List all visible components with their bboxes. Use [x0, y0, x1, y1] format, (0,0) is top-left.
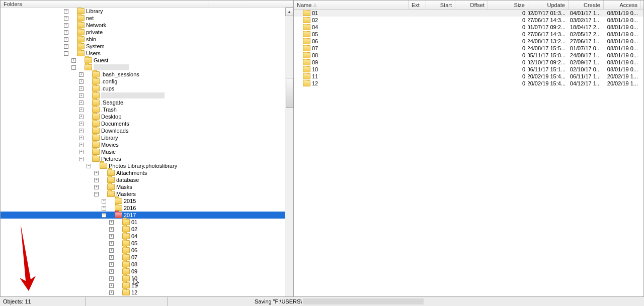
- expand-icon[interactable]: [94, 178, 99, 182]
- collapse-icon[interactable]: [79, 157, 84, 161]
- tree-item[interactable]: 09: [1, 268, 287, 275]
- column-header-name[interactable]: Name△: [294, 1, 409, 9]
- expand-icon[interactable]: [79, 136, 84, 140]
- expand-icon[interactable]: [79, 86, 84, 91]
- expand-icon[interactable]: [79, 129, 84, 133]
- expand-icon[interactable]: [64, 30, 68, 35]
- scroll-thumb[interactable]: [286, 78, 293, 108]
- tree-item[interactable]: Masks: [1, 183, 287, 190]
- tree-item[interactable]: Attachments: [1, 169, 287, 176]
- tree-item[interactable]: .bash_sessions: [1, 71, 287, 78]
- column-header-ext[interactable]: Ext: [409, 1, 426, 9]
- tree-item[interactable]: sbin: [1, 36, 287, 43]
- collapse-icon[interactable]: [87, 164, 91, 168]
- list-item[interactable]: 10006/11/17 15:1...02/10/17 0...08/01/19…: [294, 66, 643, 73]
- list-item[interactable]: 12020/02/19 15:4...04/12/17 1...20/02/19…: [294, 80, 643, 87]
- tree-item[interactable]: 12: [1, 289, 287, 296]
- tree-item[interactable]: 11: [1, 282, 287, 289]
- expand-icon[interactable]: [102, 206, 106, 211]
- expand-icon[interactable]: [109, 255, 114, 260]
- tree-item[interactable]: 05: [1, 240, 287, 247]
- tree-item[interactable]: 2016: [1, 205, 287, 212]
- column-header-update[interactable]: Update: [528, 1, 569, 9]
- column-header-create[interactable]: Create: [569, 1, 604, 9]
- tree-item[interactable]: Network: [1, 22, 287, 29]
- tree-item[interactable]: 01: [1, 219, 287, 226]
- collapse-icon[interactable]: [71, 65, 76, 70]
- tree-item[interactable]: Masters: [1, 190, 287, 197]
- expand-icon[interactable]: [64, 44, 68, 49]
- expand-icon[interactable]: [109, 276, 114, 281]
- column-header-start[interactable]: Start: [426, 1, 455, 9]
- collapse-icon[interactable]: [94, 192, 99, 196]
- expand-icon[interactable]: [79, 100, 84, 105]
- expand-icon[interactable]: [64, 37, 68, 42]
- list-item[interactable]: 05027/06/17 14:3...02/05/17 2...08/01/19…: [294, 31, 643, 38]
- expand-icon[interactable]: [79, 108, 84, 112]
- expand-icon[interactable]: [109, 234, 114, 239]
- list-item[interactable]: 02027/06/17 14:3...03/02/17 1...08/01/19…: [294, 17, 643, 24]
- tree-item[interactable]: database: [1, 176, 287, 183]
- expand-icon[interactable]: [109, 241, 114, 246]
- list-item[interactable]: 06024/08/17 13:2...27/06/17 1...08/01/19…: [294, 38, 643, 45]
- tree-item[interactable]: 04: [1, 233, 287, 240]
- list-item[interactable]: 01002/07/17 01:3...04/01/17 1...08/01/19…: [294, 10, 643, 17]
- expand-icon[interactable]: [102, 199, 106, 203]
- tree-item[interactable]: [1, 64, 287, 71]
- expand-icon[interactable]: [94, 171, 99, 175]
- tree-item[interactable]: Library: [1, 8, 287, 15]
- expand-icon[interactable]: [79, 115, 84, 119]
- tree-item[interactable]: Photos Library.photoslibrary: [1, 162, 287, 169]
- expand-icon[interactable]: [79, 93, 84, 98]
- list-item[interactable]: 11020/02/19 15:4...06/11/17 1...20/02/19…: [294, 73, 643, 80]
- tree-item[interactable]: private: [1, 29, 287, 36]
- tree-item[interactable]: 08: [1, 261, 287, 268]
- expand-icon[interactable]: [109, 248, 114, 253]
- expand-icon[interactable]: [109, 290, 114, 295]
- list-item[interactable]: 04001/07/17 09:2...18/04/17 2...08/01/19…: [294, 24, 643, 31]
- expand-icon[interactable]: [71, 58, 76, 63]
- column-header-access[interactable]: Access: [604, 1, 641, 9]
- tree-item[interactable]: Users: [1, 50, 287, 57]
- expand-icon[interactable]: [79, 72, 84, 77]
- scroll-up-button[interactable]: ▲: [285, 8, 293, 16]
- expand-icon[interactable]: [64, 23, 68, 28]
- tree-item[interactable]: 2015: [1, 197, 287, 205]
- expand-icon[interactable]: [79, 143, 84, 147]
- column-header-offset[interactable]: Offset: [455, 1, 488, 9]
- expand-icon[interactable]: [79, 79, 84, 84]
- tree-item[interactable]: 07: [1, 254, 287, 261]
- header-resize-handle[interactable]: [208, 1, 208, 7]
- tree-item[interactable]: Library: [1, 134, 287, 141]
- list-item[interactable]: 07024/08/17 15:5...01/07/17 0...08/01/19…: [294, 45, 643, 52]
- tree-item[interactable]: Guest: [1, 57, 287, 64]
- tree-item[interactable]: Desktop: [1, 113, 287, 120]
- tree-item[interactable]: Music: [1, 148, 287, 155]
- expand-icon[interactable]: [64, 16, 68, 21]
- tree-item[interactable]: .Seagate: [1, 99, 287, 106]
- expand-icon[interactable]: [109, 269, 114, 274]
- list-item[interactable]: 08005/11/17 15:0...24/08/17 1...08/01/19…: [294, 52, 643, 59]
- tree-item[interactable]: [1, 92, 287, 99]
- expand-icon[interactable]: [109, 262, 114, 267]
- tree-item[interactable]: System: [1, 43, 287, 50]
- tree-item[interactable]: 06: [1, 247, 287, 254]
- expand-icon[interactable]: [109, 227, 114, 232]
- expand-icon[interactable]: [109, 283, 114, 288]
- expand-icon[interactable]: [79, 150, 84, 154]
- tree-item[interactable]: .Trash: [1, 106, 287, 113]
- tree-item[interactable]: Downloads: [1, 127, 287, 134]
- tree-item[interactable]: Pictures: [1, 155, 287, 162]
- tree-vscrollbar[interactable]: ▲ ▼: [285, 8, 293, 305]
- expand-icon[interactable]: [64, 9, 68, 14]
- tree-item[interactable]: .cups: [1, 85, 287, 92]
- expand-icon[interactable]: [109, 220, 114, 225]
- tree-item[interactable]: .config: [1, 78, 287, 85]
- expand-icon[interactable]: [94, 185, 99, 189]
- expand-icon[interactable]: [79, 122, 84, 126]
- tree-item[interactable]: 02: [1, 226, 287, 233]
- tree-item[interactable]: Documents: [1, 120, 287, 127]
- collapse-icon[interactable]: [64, 51, 68, 56]
- tree-item[interactable]: 2017: [1, 212, 287, 219]
- tree-item[interactable]: 10: [1, 275, 287, 282]
